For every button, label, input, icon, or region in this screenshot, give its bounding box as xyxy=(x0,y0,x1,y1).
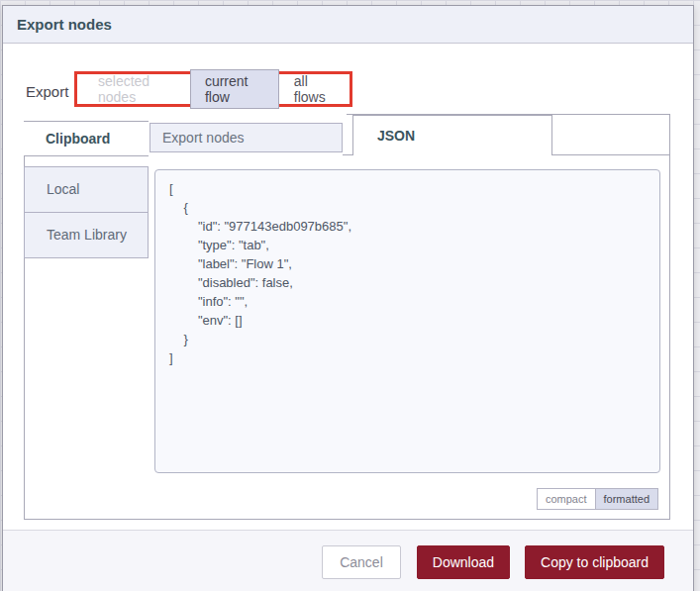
tabstrip-bottom-border-left xyxy=(343,154,352,155)
export-scope-button-group: selected nodes current flow all flows xyxy=(83,77,350,101)
node-red-workspace-background: Export nodes Export selected nodes curre… xyxy=(0,0,700,591)
format-toggle-group: compact formatted xyxy=(154,488,658,510)
tab-json[interactable]: JSON xyxy=(352,115,552,155)
tabstrip-bottom-border-right xyxy=(552,154,670,155)
compact-toggle-button[interactable]: compact xyxy=(537,488,596,510)
scope-selected-nodes-button[interactable]: selected nodes xyxy=(83,69,190,109)
download-button[interactable]: Download xyxy=(417,545,510,579)
panel-right-border xyxy=(669,114,670,520)
scope-current-flow-button[interactable]: current flow xyxy=(190,69,279,109)
copy-to-clipboard-button[interactable]: Copy to clipboard xyxy=(525,545,664,579)
tab-export-nodes[interactable]: Export nodes xyxy=(150,123,343,152)
export-nodes-dialog: Export nodes Export selected nodes curre… xyxy=(2,5,694,591)
export-json-content: [ { "id": "977143edb097b685", "type": "t… xyxy=(155,170,659,367)
scope-all-flows-button[interactable]: all flows xyxy=(279,69,350,109)
export-json-textarea[interactable]: [ { "id": "977143edb097b685", "type": "t… xyxy=(154,169,660,473)
sidebar-item-local[interactable]: Local xyxy=(24,166,149,213)
cancel-button[interactable]: Cancel xyxy=(322,545,401,579)
export-scope-label: Export xyxy=(26,83,68,100)
dialog-title: Export nodes xyxy=(3,6,693,44)
formatted-toggle-button[interactable]: formatted xyxy=(595,488,658,510)
red-annotation-rectangle: selected nodes current flow all flows xyxy=(74,71,352,107)
sidebar-item-team-library[interactable]: Team Library xyxy=(24,212,149,258)
tab-clipboard[interactable]: Clipboard xyxy=(24,121,149,156)
dialog-footer: Cancel Download Copy to clipboard xyxy=(3,530,693,591)
